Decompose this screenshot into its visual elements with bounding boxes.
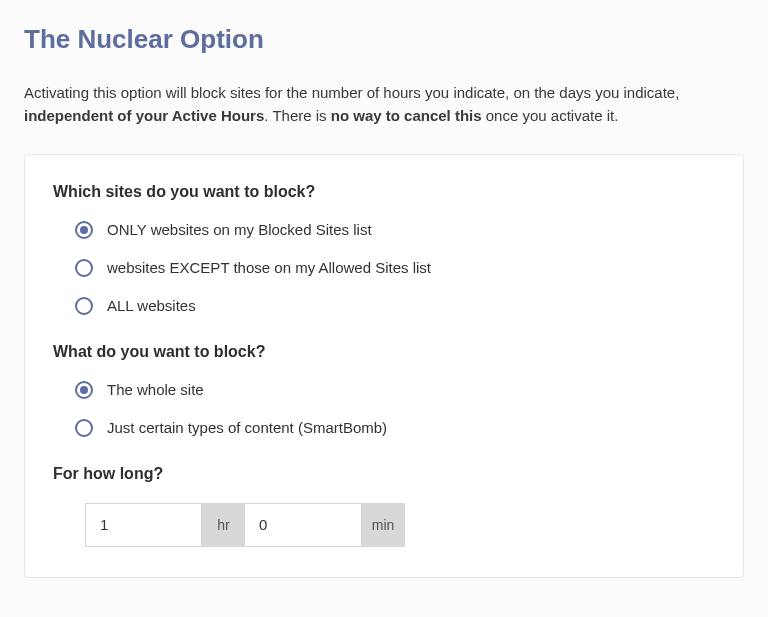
question-how-long: For how long? (53, 465, 715, 483)
question-which-sites: Which sites do you want to block? (53, 183, 715, 201)
radio-icon (75, 259, 93, 277)
intro-bold1: independent of your Active Hours (24, 107, 264, 124)
radio-label: ALL websites (107, 297, 196, 314)
question-what-block: What do you want to block? (53, 343, 715, 361)
duration-row: hr min (85, 503, 715, 547)
options-panel: Which sites do you want to block? ONLY w… (24, 154, 744, 578)
radio-icon (75, 297, 93, 315)
radio-only-blocked-sites[interactable]: ONLY websites on my Blocked Sites list (75, 221, 715, 239)
radio-whole-site[interactable]: The whole site (75, 381, 715, 399)
intro-part2: . There is (264, 107, 330, 124)
radio-except-allowed-sites[interactable]: websites EXCEPT those on my Allowed Site… (75, 259, 715, 277)
radio-label: ONLY websites on my Blocked Sites list (107, 221, 372, 238)
page-title: The Nuclear Option (24, 24, 744, 55)
hours-unit-label: hr (201, 503, 245, 547)
which-sites-radios: ONLY websites on my Blocked Sites list w… (75, 221, 715, 315)
what-block-radios: The whole site Just certain types of con… (75, 381, 715, 437)
intro-part1: Activating this option will block sites … (24, 84, 679, 101)
hours-input[interactable] (85, 503, 201, 547)
intro-part3: once you activate it. (482, 107, 619, 124)
radio-label: Just certain types of content (SmartBomb… (107, 419, 387, 436)
radio-icon (75, 221, 93, 239)
radio-icon (75, 419, 93, 437)
intro-text: Activating this option will block sites … (24, 81, 744, 128)
minutes-unit-label: min (361, 503, 405, 547)
minutes-input[interactable] (245, 503, 361, 547)
radio-icon (75, 381, 93, 399)
radio-smartbomb[interactable]: Just certain types of content (SmartBomb… (75, 419, 715, 437)
radio-label: websites EXCEPT those on my Allowed Site… (107, 259, 431, 276)
radio-all-websites[interactable]: ALL websites (75, 297, 715, 315)
intro-bold2: no way to cancel this (331, 107, 482, 124)
radio-label: The whole site (107, 381, 204, 398)
